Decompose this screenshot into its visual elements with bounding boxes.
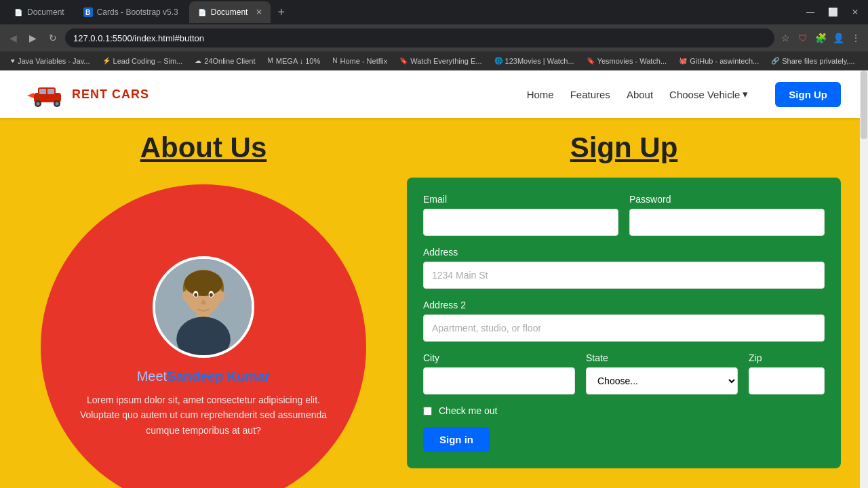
toolbar-icons: ☆ 🛡 🧩 👤 ⋮ (778, 31, 863, 45)
nav-links: Home Features About Choose Vehicle ▾ Sig… (527, 82, 841, 107)
state-label: State (586, 352, 738, 363)
tab-2[interactable]: B Cards - Bootstrap v5.3 (75, 1, 186, 23)
page: RENT CARS Home Features About Choose Veh… (0, 70, 868, 488)
tab-favicon-3: 📄 (197, 7, 207, 17)
tab-3[interactable]: 📄 Document ✕ (189, 1, 271, 23)
svg-point-18 (210, 293, 213, 297)
close-icon[interactable]: ✕ (848, 7, 863, 17)
toolbar: ◀ ▶ ↻ ☆ 🛡 🧩 👤 ⋮ (0, 24, 868, 52)
minimize-icon[interactable]: — (802, 7, 818, 17)
bookmark-netflix[interactable]: N Home - Netflix (327, 56, 393, 66)
bookmark-mega-icon: M (267, 57, 273, 64)
signin-button[interactable]: Sign in (423, 427, 490, 452)
window-controls: — ⬜ ✕ (802, 7, 863, 17)
password-input[interactable] (629, 209, 825, 236)
bookmarks-bar: ♥ Java Variables - Jav... ⚡ Lead Coding … (0, 52, 868, 70)
tab-label-1: Document (27, 7, 64, 17)
svg-point-19 (182, 291, 189, 301)
main-content: About Us (0, 118, 868, 488)
browser-chrome: 📄 Document B Cards - Bootstrap v5.3 📄 Do… (0, 0, 868, 70)
address-input[interactable] (423, 262, 825, 289)
email-password-row: Email Password (423, 194, 825, 236)
shield-icon: 🛡 (796, 31, 810, 45)
email-label: Email (423, 194, 618, 205)
svg-rect-7 (47, 89, 54, 94)
address-group: Address (423, 247, 825, 289)
bookmark-yesmovies[interactable]: 🔖 Yesmovies - Watch... (581, 56, 673, 66)
refresh-button[interactable]: ↻ (45, 30, 61, 46)
tab-close-3[interactable]: ✕ (256, 7, 262, 17)
nav-home[interactable]: Home (527, 89, 554, 100)
meet-name: Sandeep Kumar (167, 369, 270, 384)
check-me-out-checkbox[interactable] (423, 407, 432, 415)
zip-group: Zip (749, 352, 825, 394)
menu-icon[interactable]: ⋮ (849, 31, 863, 45)
signup-title: Sign Up (407, 131, 841, 164)
profile-icon[interactable]: 👤 (831, 31, 845, 45)
svg-point-20 (218, 291, 224, 301)
bookmark-icon[interactable]: ☆ (778, 31, 792, 45)
password-group: Password (629, 194, 825, 236)
logo: RENT CARS (27, 81, 149, 108)
about-title: About Us (27, 131, 380, 164)
city-state-zip-row: City State Choose... Alabama Alaska Ariz… (423, 352, 825, 394)
zip-input[interactable] (749, 367, 825, 394)
bookmark-24-icon: ☁ (195, 57, 201, 64)
back-button[interactable]: ◀ (5, 30, 21, 46)
state-group: State Choose... Alabama Alaska Arizona C… (586, 352, 738, 394)
chevron-down-icon: ▾ (743, 88, 748, 100)
svg-rect-6 (39, 89, 46, 94)
person-svg (155, 259, 252, 355)
city-group: City (423, 352, 575, 394)
forward-button[interactable]: ▶ (25, 30, 41, 46)
bookmark-yes-icon: 🔖 (587, 57, 595, 64)
tab-label-2: Cards - Bootstrap v5.3 (97, 7, 178, 17)
check-me-out-label[interactable]: Check me out (439, 405, 497, 416)
bookmark-share[interactable]: 🔗 Share files privately,... (766, 56, 860, 66)
bookmark-24online[interactable]: ☁ 24Online Client (189, 56, 260, 66)
tab-1[interactable]: 📄 Document (5, 1, 73, 23)
svg-point-4 (37, 102, 40, 106)
bookmark-github[interactable]: 🐙 GitHub - aswintech... (673, 56, 764, 66)
nav-about[interactable]: About (627, 89, 653, 100)
check-row: Check me out (423, 405, 825, 416)
title-bar: 📄 Document B Cards - Bootstrap v5.3 📄 Do… (0, 0, 868, 24)
city-input[interactable] (423, 367, 575, 394)
svg-marker-8 (27, 93, 34, 98)
address2-input[interactable] (423, 314, 825, 342)
bookmark-github-icon: 🐙 (679, 57, 687, 64)
bookmark-watch[interactable]: 🔖 Watch Everything E... (394, 56, 487, 66)
navbar: RENT CARS Home Features About Choose Veh… (0, 70, 868, 118)
bookmark-lead[interactable]: ⚡ Lead Coding – Sim... (97, 56, 189, 66)
extensions-icon[interactable]: 🧩 (814, 31, 827, 45)
avatar-image (155, 259, 252, 355)
zip-label: Zip (749, 352, 825, 363)
bookmark-netflix-icon: N (332, 57, 337, 64)
bookmark-mega[interactable]: M MEGA ↓ 10% (262, 56, 326, 66)
nav-choose-label: Choose Vehicle (669, 89, 740, 100)
tab-favicon-2: B (83, 7, 93, 17)
tab-label-3: Document (211, 7, 248, 17)
bookmark-123movies[interactable]: 🌐 123Movies | Watch... (489, 56, 580, 66)
state-select[interactable]: Choose... Alabama Alaska Arizona Califor… (586, 367, 738, 394)
maximize-icon[interactable]: ⬜ (824, 7, 842, 17)
nav-signup-button[interactable]: Sign Up (775, 82, 841, 107)
scrollbar-thumb[interactable] (861, 71, 867, 139)
email-input[interactable] (423, 209, 618, 236)
nav-features[interactable]: Features (570, 89, 610, 100)
signup-form-card: Email Password Address Address 2 (407, 178, 841, 468)
bookmark-java[interactable]: ♥ Java Variables - Jav... (5, 56, 96, 66)
nav-choose-vehicle[interactable]: Choose Vehicle ▾ (669, 88, 748, 100)
svg-point-5 (56, 102, 59, 106)
address-bar[interactable] (65, 28, 774, 47)
about-section: About Us (27, 131, 380, 488)
bookmark-java-icon: ♥ (11, 57, 15, 64)
new-tab-button[interactable]: + (273, 5, 289, 20)
address2-group: Address 2 (423, 300, 825, 342)
bookmark-lead-icon: ⚡ (102, 57, 111, 64)
svg-point-17 (194, 293, 197, 297)
meet-text: MeetSandeep Kumar (137, 369, 271, 384)
avatar (153, 256, 254, 358)
scrollbar[interactable] (860, 70, 868, 488)
logo-svg (27, 81, 68, 108)
